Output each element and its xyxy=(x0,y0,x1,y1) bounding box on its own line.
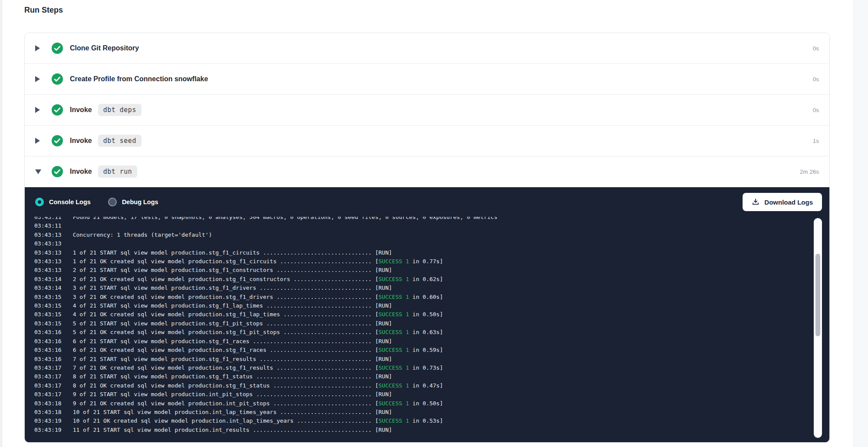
check-circle-icon xyxy=(52,166,63,177)
check-circle-icon xyxy=(52,43,63,54)
log-timestamp: 03:43:14 xyxy=(34,275,62,284)
step-label: Invoke xyxy=(70,106,92,114)
check-circle-icon xyxy=(52,104,63,116)
log-timestamp: 03:43:16 xyxy=(34,328,62,337)
caret-right-icon[interactable] xyxy=(35,45,42,51)
log-scrollbar-track[interactable] xyxy=(814,218,822,438)
log-success-status: SUCCESS 1 xyxy=(378,328,409,337)
step-row-clone-git-repository[interactable]: Clone Git Repository 0s xyxy=(25,33,829,64)
log-timestamp: 03:43:19 xyxy=(34,417,62,425)
step-duration: 0s xyxy=(813,45,819,52)
caret-right-icon[interactable] xyxy=(35,138,42,144)
command-badge: dbt deps xyxy=(98,104,141,116)
log-line: 03:43:1911 of 21 START sql view model pr… xyxy=(34,426,829,434)
log-message: 6 of 21 START sql view model production.… xyxy=(73,337,392,346)
right-gutter xyxy=(853,0,868,447)
log-timestamp: 03:43:13 xyxy=(34,266,62,275)
log-scrollbar-thumb[interactable] xyxy=(815,254,820,336)
step-row-create-profile[interactable]: Create Profile from Connection snowflake… xyxy=(25,64,829,95)
log-message-suffix: in 0.73s] xyxy=(409,364,443,372)
log-line: 03:43:11 xyxy=(34,222,829,230)
log-timestamp: 03:43:15 xyxy=(34,319,62,328)
log-line: 03:43:132 of 21 START sql view model pro… xyxy=(34,266,829,275)
log-timestamp: 03:43:15 xyxy=(34,293,62,301)
log-message: 5 of 21 OK created sql view model produc… xyxy=(73,328,378,337)
download-logs-button[interactable]: Download Logs xyxy=(743,193,822,211)
log-message: 8 of 21 START sql view model production.… xyxy=(73,372,392,381)
log-line: 03:43:1910 of 21 OK created sql view mod… xyxy=(34,417,829,425)
debug-logs-radio[interactable]: Debug Logs xyxy=(108,198,158,206)
log-message-suffix: in 0.47s] xyxy=(409,381,443,390)
caret-down-icon[interactable] xyxy=(35,169,42,174)
check-circle-icon xyxy=(52,73,63,85)
download-icon xyxy=(752,198,760,206)
log-content: 03:43:11Found 21 models, 17 tests, 0 sna… xyxy=(34,217,829,434)
radio-selected-icon[interactable] xyxy=(35,198,44,206)
command-badge: dbt seed xyxy=(98,135,141,147)
console-log-panel: Console Logs Debug Logs Download Logs 03… xyxy=(25,187,829,442)
caret-right-icon[interactable] xyxy=(35,107,42,113)
step-row-invoke-dbt-deps[interactable]: Invoke dbt deps 0s xyxy=(25,95,829,126)
log-message-suffix: in 0.50s] xyxy=(409,399,443,408)
debug-logs-label: Debug Logs xyxy=(122,199,158,205)
log-message: 11 of 21 START sql view model production… xyxy=(73,426,392,434)
log-viewport: 03:43:11Found 21 models, 17 tests, 0 sna… xyxy=(25,217,829,438)
check-circle-icon xyxy=(52,135,63,146)
step-row-invoke-dbt-seed[interactable]: Invoke dbt seed 1s xyxy=(25,126,829,156)
log-timestamp: 03:43:19 xyxy=(34,426,62,434)
command-badge: dbt run xyxy=(98,166,138,178)
step-duration: 0s xyxy=(813,107,819,113)
log-line: 03:43:155 of 21 START sql view model pro… xyxy=(34,319,829,328)
log-line: 03:43:11Found 21 models, 17 tests, 0 sna… xyxy=(34,217,829,222)
log-message: 3 of 21 OK created sql view model produc… xyxy=(73,293,378,301)
log-line: 03:43:131 of 21 OK created sql view mode… xyxy=(34,257,829,266)
log-line: 03:43:1810 of 21 START sql view model pr… xyxy=(34,408,829,417)
log-timestamp: 03:43:15 xyxy=(34,301,62,310)
log-message-suffix: in 0.77s] xyxy=(409,257,443,266)
log-line: 03:43:143 of 21 START sql view model pro… xyxy=(34,284,829,292)
log-message-suffix: in 0.59s] xyxy=(409,346,443,354)
log-timestamp: 03:43:17 xyxy=(34,390,62,399)
log-message: Found 21 models, 17 tests, 0 snapshots, … xyxy=(73,217,497,222)
console-logs-radio[interactable]: Console Logs xyxy=(35,198,91,206)
log-timestamp: 03:43:16 xyxy=(34,346,62,354)
log-message-suffix: in 0.53s] xyxy=(409,417,443,425)
left-gutter xyxy=(0,0,2,447)
log-line: 03:43:165 of 21 OK created sql view mode… xyxy=(34,328,829,337)
log-success-status: SUCCESS 1 xyxy=(378,293,409,301)
step-duration: 1s xyxy=(813,138,819,144)
log-message: 4 of 21 START sql view model production.… xyxy=(73,301,392,310)
log-message: 8 of 21 OK created sql view model produc… xyxy=(73,381,378,390)
log-message: 5 of 21 START sql view model production.… xyxy=(73,319,392,328)
log-timestamp: 03:43:11 xyxy=(34,217,62,222)
log-line: 03:43:177 of 21 OK created sql view mode… xyxy=(34,364,829,372)
log-success-status: SUCCESS 1 xyxy=(378,257,409,266)
log-message: 7 of 21 OK created sql view model produc… xyxy=(73,364,378,372)
log-timestamp: 03:43:18 xyxy=(34,399,62,408)
log-success-status: SUCCESS 1 xyxy=(378,364,409,372)
log-message: 10 of 21 START sql view model production… xyxy=(73,408,392,417)
log-timestamp: 03:43:11 xyxy=(34,222,62,230)
log-message: 4 of 21 OK created sql view model produc… xyxy=(73,310,378,319)
log-message: 1 of 21 START sql view model production.… xyxy=(73,248,392,257)
log-message: Concurrency: 1 threads (target='default'… xyxy=(73,231,212,239)
log-line: 03:43:178 of 21 START sql view model pro… xyxy=(34,372,829,381)
log-message: 2 of 21 START sql view model production.… xyxy=(73,266,392,275)
log-line: 03:43:178 of 21 OK created sql view mode… xyxy=(34,381,829,390)
step-label: Invoke xyxy=(70,168,92,175)
log-timestamp: 03:43:15 xyxy=(34,310,62,319)
log-line: 03:43:154 of 21 OK created sql view mode… xyxy=(34,310,829,319)
step-label: Create Profile from Connection snowflake xyxy=(70,75,208,83)
log-success-status: SUCCESS 1 xyxy=(378,399,409,408)
log-message: 9 of 21 OK created sql view model produc… xyxy=(73,399,378,408)
log-line: 03:43:167 of 21 START sql view model pro… xyxy=(34,355,829,364)
caret-right-icon[interactable] xyxy=(35,76,42,82)
log-line: 03:43:153 of 21 OK created sql view mode… xyxy=(34,293,829,301)
step-row-invoke-dbt-run[interactable]: Invoke dbt run 2m 26s xyxy=(25,156,829,187)
log-message: 3 of 21 START sql view model production.… xyxy=(73,284,392,292)
step-duration: 0s xyxy=(813,76,819,83)
log-message: 7 of 21 START sql view model production.… xyxy=(73,355,392,364)
log-success-status: SUCCESS 1 xyxy=(378,381,409,390)
radio-unselected-icon[interactable] xyxy=(108,198,117,206)
log-line: 03:43:13 xyxy=(34,239,829,248)
